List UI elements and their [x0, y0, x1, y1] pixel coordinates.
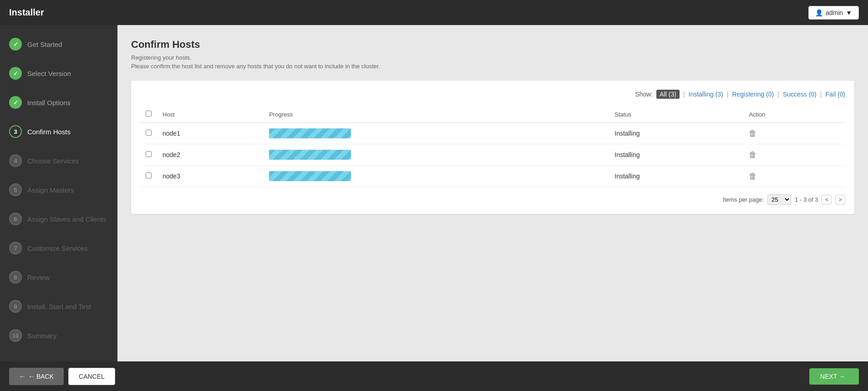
- chevron-down-icon: ▼: [846, 9, 852, 16]
- step-indicator-review: 8: [9, 271, 22, 284]
- progress-fill-0: [269, 128, 351, 138]
- sidebar-item-summary[interactable]: 10Summary: [0, 321, 117, 350]
- table-row: node3 Installing 🗑: [140, 166, 845, 187]
- select-all-checkbox[interactable]: [146, 111, 152, 117]
- delete-button-1[interactable]: 🗑: [749, 150, 757, 159]
- user-icon: 👤: [815, 9, 823, 16]
- filter-success[interactable]: Success (0): [783, 91, 817, 98]
- sidebar-label-summary: Summary: [27, 332, 56, 340]
- hosts-card: Show: All (3) | Installing (3) | Registe…: [131, 81, 854, 214]
- sidebar-item-review[interactable]: 8Review: [0, 263, 117, 292]
- next-button[interactable]: NEXT →: [809, 368, 859, 385]
- sidebar: ✓Get Started✓Select Version✓Install Opti…: [0, 25, 117, 391]
- delete-button-0[interactable]: 🗑: [749, 129, 757, 138]
- step-indicator-customize-services: 7: [9, 242, 22, 254]
- page-title: Confirm Hosts: [131, 39, 854, 51]
- status-column-header: Status: [609, 106, 743, 123]
- sidebar-label-install-options: Install Options: [27, 99, 71, 107]
- admin-menu-button[interactable]: 👤 admin ▼: [808, 6, 859, 20]
- filter-registering[interactable]: Registering (0): [732, 91, 774, 98]
- per-page-select[interactable]: 25 50 100: [767, 194, 791, 205]
- step-indicator-choose-services: 4: [9, 154, 22, 167]
- filter-bar: Show: All (3) | Installing (3) | Registe…: [140, 90, 845, 99]
- table-row: node1 Installing 🗑: [140, 123, 845, 144]
- step-indicator-assign-slaves: 6: [9, 213, 22, 225]
- sidebar-label-select-version: Select Version: [27, 70, 71, 77]
- progress-fill-1: [269, 150, 351, 160]
- step-indicator-install-options: ✓: [9, 96, 22, 109]
- step-indicator-confirm-hosts: 3: [9, 125, 22, 138]
- status-cell-2: Installing: [609, 166, 743, 187]
- main-layout: ✓Get Started✓Select Version✓Install Opti…: [0, 25, 868, 391]
- cancel-button[interactable]: CANCEL: [68, 368, 115, 385]
- sidebar-item-choose-services[interactable]: 4Choose Services: [0, 146, 117, 175]
- sidebar-item-get-started[interactable]: ✓Get Started: [0, 30, 117, 59]
- page-subtitle2: Please confirm the host list and remove …: [131, 63, 854, 70]
- progress-cell-2: [264, 166, 609, 187]
- step-indicator-install-start-test: 9: [9, 300, 22, 313]
- sidebar-label-review: Review: [27, 274, 50, 281]
- bottom-bar: ← ← BACK CANCEL NEXT →: [0, 361, 868, 391]
- page-range: 1 - 3 of 3: [795, 196, 818, 203]
- action-cell-1: 🗑: [743, 144, 845, 166]
- sidebar-item-select-version[interactable]: ✓Select Version: [0, 59, 117, 88]
- arrow-left-icon: ←: [19, 373, 25, 380]
- sidebar-label-assign-masters: Assign Masters: [27, 186, 74, 194]
- host-cell-0: node1: [157, 123, 264, 144]
- status-cell-1: Installing: [609, 144, 743, 166]
- host-cell-1: node2: [157, 144, 264, 166]
- items-per-page-label: Items per page:: [723, 196, 764, 203]
- step-indicator-assign-masters: 5: [9, 183, 22, 196]
- content-area: Confirm Hosts Registering your hosts. Pl…: [117, 25, 868, 391]
- page-subtitle1: Registering your hosts.: [131, 54, 854, 61]
- table-row: node2 Installing 🗑: [140, 144, 845, 166]
- host-cell-2: node3: [157, 166, 264, 187]
- progress-cell-1: [264, 144, 609, 166]
- status-cell-0: Installing: [609, 123, 743, 144]
- sidebar-label-choose-services: Choose Services: [27, 157, 79, 165]
- sidebar-label-get-started: Get Started: [27, 41, 62, 48]
- sidebar-item-assign-slaves[interactable]: 6Assign Slaves and Clients: [0, 204, 117, 234]
- sidebar-item-confirm-hosts[interactable]: 3Confirm Hosts: [0, 117, 117, 146]
- show-label: Show:: [635, 91, 653, 98]
- sidebar-label-assign-slaves: Assign Slaves and Clients: [27, 215, 106, 223]
- row-checkbox-2[interactable]: [146, 173, 152, 178]
- back-button[interactable]: ← ← BACK: [9, 368, 64, 385]
- next-page-button[interactable]: >: [835, 195, 845, 204]
- app-title: Installer: [9, 7, 44, 18]
- sidebar-item-customize-services[interactable]: 7Customize Services: [0, 234, 117, 263]
- progress-bar-2: [269, 171, 351, 181]
- bottom-left-buttons: ← ← BACK CANCEL: [9, 368, 115, 385]
- action-cell-2: 🗑: [743, 166, 845, 187]
- sidebar-item-install-start-test[interactable]: 9Install, Start and Test: [0, 292, 117, 321]
- step-indicator-get-started: ✓: [9, 38, 22, 51]
- action-cell-0: 🗑: [743, 123, 845, 144]
- progress-fill-2: [269, 171, 351, 181]
- sidebar-label-install-start-test: Install, Start and Test: [27, 303, 91, 310]
- action-column-header: Action: [743, 106, 845, 123]
- pagination-bar: Items per page: 25 50 100 1 - 3 of 3 < >: [140, 194, 845, 205]
- filter-fail[interactable]: Fail (0): [825, 91, 845, 98]
- progress-bar-1: [269, 150, 351, 160]
- sidebar-label-confirm-hosts: Confirm Hosts: [27, 128, 71, 136]
- sidebar-item-install-options[interactable]: ✓Install Options: [0, 88, 117, 117]
- progress-bar-0: [269, 128, 351, 138]
- filter-installing[interactable]: Installing (3): [689, 91, 723, 98]
- filter-all[interactable]: All (3): [656, 90, 680, 99]
- row-checkbox-0[interactable]: [146, 130, 152, 136]
- host-column-header: Host: [157, 106, 264, 123]
- prev-page-button[interactable]: <: [822, 195, 832, 204]
- sidebar-item-assign-masters[interactable]: 5Assign Masters: [0, 175, 117, 204]
- sidebar-label-customize-services: Customize Services: [27, 244, 88, 252]
- row-checkbox-1[interactable]: [146, 151, 152, 157]
- delete-button-2[interactable]: 🗑: [749, 172, 757, 181]
- header: Installer 👤 admin ▼: [0, 0, 868, 25]
- progress-column-header: Progress: [264, 106, 609, 123]
- step-indicator-summary: 10: [9, 329, 22, 342]
- progress-cell-0: [264, 123, 609, 144]
- hosts-table: Host Progress Status Action node1 Instal…: [140, 106, 845, 187]
- step-indicator-select-version: ✓: [9, 67, 22, 80]
